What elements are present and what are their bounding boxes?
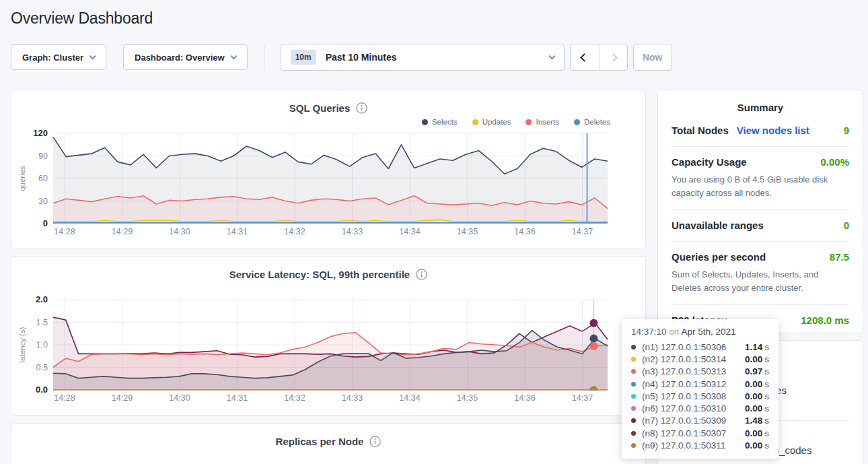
node-latency-value: 0.97 — [745, 366, 762, 376]
sql-queries-title-text: SQL Queries — [289, 102, 351, 114]
tooltip-node-row: (n6) 127.0.0.1:503100.00s — [631, 402, 769, 414]
legend-dot — [574, 119, 580, 125]
svg-text:0: 0 — [43, 218, 48, 228]
legend-dot — [422, 119, 428, 125]
node-latency-unit: s — [764, 391, 769, 401]
sql-queries-chart[interactable]: 14:2814:2914:3014:3114:3214:3314:3414:35… — [11, 118, 625, 238]
summary-label: Unavailable ranges — [672, 220, 764, 231]
svg-text:2.0: 2.0 — [36, 294, 48, 304]
svg-text:14:34: 14:34 — [399, 393, 420, 403]
summary-row: Total NodesView nodes list9 — [672, 115, 849, 147]
charts-column: SQL Queries SelectsUpdatesInsertsDeletes… — [11, 90, 646, 464]
service-latency-title-text: Service Latency: SQL, 99th percentile — [229, 269, 410, 280]
replicas-per-node-card: Replicas per Node — [11, 423, 646, 464]
svg-text:14:37: 14:37 — [572, 393, 593, 403]
svg-text:queries: queries — [18, 166, 26, 191]
legend-item-updates[interactable]: Updates — [472, 118, 511, 126]
node-latency-value: 0.00 — [745, 403, 762, 413]
legend-item-selects[interactable]: Selects — [422, 118, 458, 126]
sql-queries-title: SQL Queries — [11, 90, 645, 114]
time-next-button[interactable] — [599, 44, 627, 70]
chevron-right-icon — [609, 53, 618, 62]
node-address: (n4) 127.0.0.1:50312 — [642, 379, 742, 389]
sql-queries-card: SQL Queries SelectsUpdatesInsertsDeletes… — [11, 90, 646, 249]
node-color-dot — [631, 443, 636, 448]
node-latency-unit: s — [764, 416, 769, 426]
node-color-dot — [631, 357, 636, 362]
legend-item-deletes[interactable]: Deletes — [574, 118, 610, 126]
overview-dashboard-page: Overview Dashboard Graph: Cluster Dashbo… — [0, 0, 868, 464]
info-icon[interactable] — [416, 269, 427, 280]
replicas-per-node-title-text: Replicas per Node — [276, 436, 364, 447]
svg-text:60: 60 — [38, 174, 48, 183]
tooltip-node-row: (n4) 127.0.0.1:503120.00s — [631, 378, 769, 390]
summary-row: Capacity Usage0.00%You are using 0 B of … — [672, 147, 849, 210]
node-latency-value: 1.14 — [745, 342, 762, 352]
tooltip-node-row: (n2) 127.0.0.1:503140.00s — [631, 353, 769, 365]
node-color-dot — [631, 418, 636, 423]
summary-value: 9 — [844, 125, 849, 136]
node-address: (n2) 127.0.0.1:50314 — [642, 354, 742, 364]
tooltip-node-row: (n7) 127.0.0.1:503091.48s — [631, 415, 769, 427]
tooltip-time: 14:37:10 — [631, 327, 667, 337]
svg-text:120: 120 — [33, 128, 48, 138]
svg-text:14:28: 14:28 — [54, 393, 75, 403]
svg-text:14:36: 14:36 — [514, 227, 535, 236]
node-latency-value: 0.00 — [745, 440, 762, 451]
node-color-dot — [631, 382, 636, 387]
chevron-down-icon — [548, 53, 555, 59]
node-latency-value: 0.00 — [745, 354, 762, 364]
dashboard-select-dropdown[interactable]: Dashboard: Overview — [123, 44, 248, 70]
svg-text:0.0: 0.0 — [36, 385, 48, 395]
summary-rows: Total NodesView nodes list9Capacity Usag… — [672, 115, 849, 336]
view-nodes-link[interactable]: View nodes list — [737, 125, 809, 136]
graph-scope-dropdown[interactable]: Graph: Cluster — [11, 44, 106, 70]
time-range-label: Past 10 Minutes — [326, 52, 397, 63]
summary-value: 0 — [844, 220, 849, 231]
summary-label: Capacity Usage — [672, 156, 747, 168]
graph-scope-label: Graph: Cluster — [22, 53, 83, 63]
replicas-per-node-title: Replicas per Node — [11, 424, 645, 448]
node-latency-unit: s — [764, 342, 769, 352]
controls-divider — [264, 44, 264, 70]
svg-text:14:34: 14:34 — [399, 227, 420, 236]
info-icon[interactable] — [369, 436, 381, 447]
info-icon[interactable] — [356, 102, 367, 114]
summary-subtext: You are using 0 B of 4.5 GiB usable disk… — [672, 173, 849, 199]
legend-dot — [526, 119, 532, 125]
legend-label: Deletes — [584, 118, 610, 126]
node-color-dot — [631, 369, 636, 374]
svg-text:1.5: 1.5 — [36, 318, 48, 327]
svg-text:14:29: 14:29 — [112, 227, 133, 236]
node-latency-unit: s — [764, 440, 769, 451]
svg-text:14:37: 14:37 — [572, 227, 593, 236]
chart-hover-tooltip: 14:37:10 on Apr 5th, 2021 (n1) 127.0.0.1… — [622, 319, 779, 459]
service-latency-chart[interactable]: 14:2814:2914:3014:3114:3214:3314:3414:35… — [11, 284, 625, 404]
svg-text:1.0: 1.0 — [36, 340, 48, 350]
svg-text:14:32: 14:32 — [284, 227, 305, 236]
summary-value: 1208.0 ms — [801, 314, 849, 326]
svg-text:14:33: 14:33 — [342, 227, 363, 236]
svg-text:14:36: 14:36 — [514, 393, 535, 403]
legend-label: Updates — [482, 118, 511, 126]
tooltip-node-row: (n1) 127.0.0.1:503061.14s — [631, 341, 769, 353]
svg-text:14:31: 14:31 — [227, 393, 248, 403]
tooltip-node-row: (n9) 127.0.0.1:503110.00s — [631, 439, 769, 451]
time-prev-button[interactable] — [571, 44, 599, 70]
tooltip-node-row: (n3) 127.0.0.1:503130.97s — [631, 366, 769, 378]
node-latency-value: 0.00 — [745, 391, 762, 401]
tooltip-timestamp: 14:37:10 on Apr 5th, 2021 — [631, 327, 769, 337]
tooltip-conj: on — [669, 327, 679, 337]
node-latency-unit: s — [764, 428, 769, 438]
svg-text:0.5: 0.5 — [36, 363, 48, 372]
node-color-dot — [631, 406, 636, 411]
chevron-down-icon — [89, 53, 96, 59]
summary-subtext: Sum of Selects, Updates, Inserts, and De… — [672, 268, 849, 294]
node-address: (n1) 127.0.0.1:50306 — [642, 342, 742, 352]
summary-title: Summary — [672, 90, 849, 115]
now-button[interactable]: Now — [633, 44, 672, 71]
time-range-dropdown[interactable]: 10m Past 10 Minutes — [281, 44, 565, 71]
legend-item-inserts[interactable]: Inserts — [526, 118, 559, 126]
tooltip-rows: (n1) 127.0.0.1:503061.14s(n2) 127.0.0.1:… — [631, 341, 769, 452]
summary-row: Unavailable ranges0 — [672, 210, 849, 242]
